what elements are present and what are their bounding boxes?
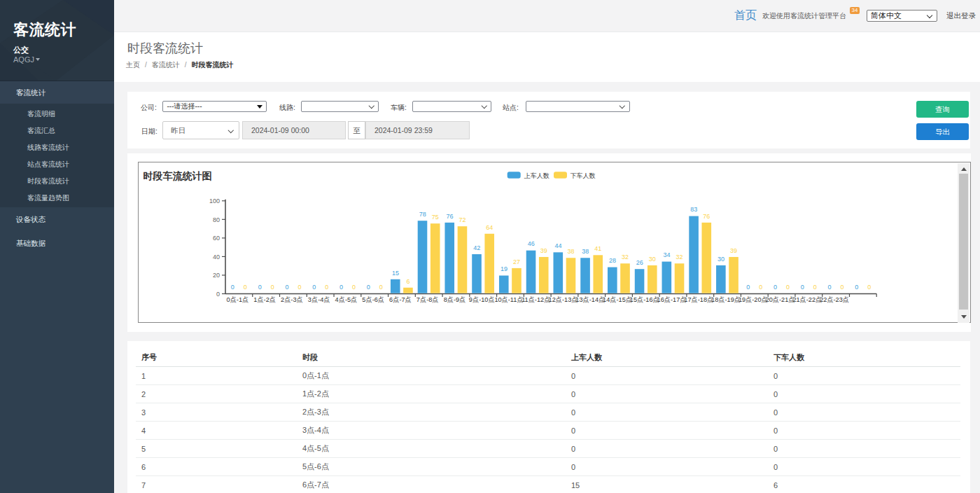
svg-text:75: 75 [432, 214, 439, 221]
svg-text:19点-20点: 19点-20点 [738, 296, 768, 303]
svg-text:0: 0 [285, 284, 288, 291]
svg-text:0: 0 [352, 284, 356, 291]
svg-text:9点-10点: 9点-10点 [469, 296, 495, 303]
svg-text:42: 42 [473, 244, 480, 251]
svg-text:30: 30 [718, 256, 724, 263]
svg-text:40: 40 [213, 254, 220, 261]
svg-text:0点-1点: 0点-1点 [227, 296, 249, 303]
svg-text:0: 0 [813, 284, 817, 291]
svg-text:7点-8点: 7点-8点 [416, 296, 439, 303]
svg-text:28: 28 [609, 257, 616, 264]
svg-text:60: 60 [213, 235, 220, 242]
svg-text:38: 38 [567, 248, 574, 255]
svg-text:上车人数: 上车人数 [524, 172, 550, 179]
svg-text:0: 0 [855, 284, 858, 291]
svg-text:72: 72 [458, 216, 465, 223]
svg-text:0: 0 [271, 284, 274, 291]
svg-text:0: 0 [325, 284, 328, 291]
svg-text:21点-22点: 21点-22点 [792, 296, 822, 303]
svg-text:0: 0 [340, 284, 343, 291]
svg-text:6点-7点: 6点-7点 [389, 296, 412, 303]
svg-text:2点-3点: 2点-3点 [281, 296, 303, 303]
svg-text:0: 0 [379, 284, 383, 291]
svg-text:0: 0 [244, 284, 247, 291]
svg-text:18点-19点: 18点-19点 [711, 296, 741, 303]
svg-text:8点-9点: 8点-9点 [444, 296, 466, 303]
svg-text:1点-2点: 1点-2点 [253, 296, 276, 303]
svg-text:64: 64 [486, 224, 493, 231]
svg-text:76: 76 [446, 213, 453, 220]
svg-text:14点-15点: 14点-15点 [603, 296, 632, 303]
svg-text:46: 46 [528, 240, 535, 247]
svg-text:34: 34 [664, 251, 671, 258]
svg-text:0: 0 [828, 284, 832, 291]
svg-text:19: 19 [500, 265, 507, 272]
svg-text:0: 0 [746, 284, 750, 291]
svg-text:30: 30 [649, 256, 656, 263]
svg-text:32: 32 [676, 254, 683, 261]
svg-text:80: 80 [213, 216, 220, 223]
svg-text:0: 0 [312, 284, 316, 291]
svg-text:32: 32 [622, 254, 629, 261]
svg-text:时段车流统计图: 时段车流统计图 [144, 170, 212, 181]
svg-text:41: 41 [594, 245, 601, 252]
svg-text:39: 39 [730, 247, 737, 254]
svg-text:11点-12点: 11点-12点 [522, 296, 550, 303]
svg-text:0: 0 [258, 284, 262, 291]
svg-text:17点-18点: 17点-18点 [684, 296, 713, 303]
svg-text:0: 0 [231, 284, 234, 291]
svg-text:6: 6 [406, 278, 410, 285]
svg-text:0: 0 [774, 284, 777, 291]
svg-text:44: 44 [554, 242, 561, 249]
svg-text:13点-14点: 13点-14点 [575, 296, 605, 303]
svg-text:0: 0 [841, 284, 844, 291]
svg-text:4点-5点: 4点-5点 [335, 296, 358, 303]
svg-text:20: 20 [213, 272, 220, 279]
svg-text:27: 27 [513, 258, 520, 265]
svg-text:78: 78 [419, 211, 426, 218]
svg-text:100: 100 [209, 197, 220, 204]
svg-text:22点-23点: 22点-23点 [820, 296, 849, 303]
svg-text:0: 0 [216, 291, 220, 298]
svg-text:10点-11点: 10点-11点 [494, 296, 523, 303]
svg-text:76: 76 [703, 213, 710, 220]
svg-text:0: 0 [786, 284, 790, 291]
svg-text:12点-13点: 12点-13点 [549, 296, 578, 303]
svg-text:83: 83 [690, 206, 697, 213]
svg-text:下车人数: 下车人数 [570, 172, 595, 179]
svg-text:0: 0 [759, 284, 762, 291]
svg-text:0: 0 [367, 284, 370, 291]
svg-text:20点-21点: 20点-21点 [766, 296, 795, 303]
svg-text:5点-6点: 5点-6点 [362, 296, 384, 303]
svg-text:15: 15 [392, 270, 399, 277]
svg-text:15点-16点: 15点-16点 [630, 296, 659, 303]
svg-text:0: 0 [298, 284, 301, 291]
svg-text:26: 26 [636, 259, 643, 266]
svg-text:3点-4点: 3点-4点 [308, 296, 330, 303]
svg-text:38: 38 [582, 248, 589, 255]
svg-text:0: 0 [801, 284, 804, 291]
svg-text:16点-17点: 16点-17点 [657, 296, 687, 303]
svg-text:39: 39 [540, 247, 547, 254]
svg-text:0: 0 [867, 284, 871, 291]
